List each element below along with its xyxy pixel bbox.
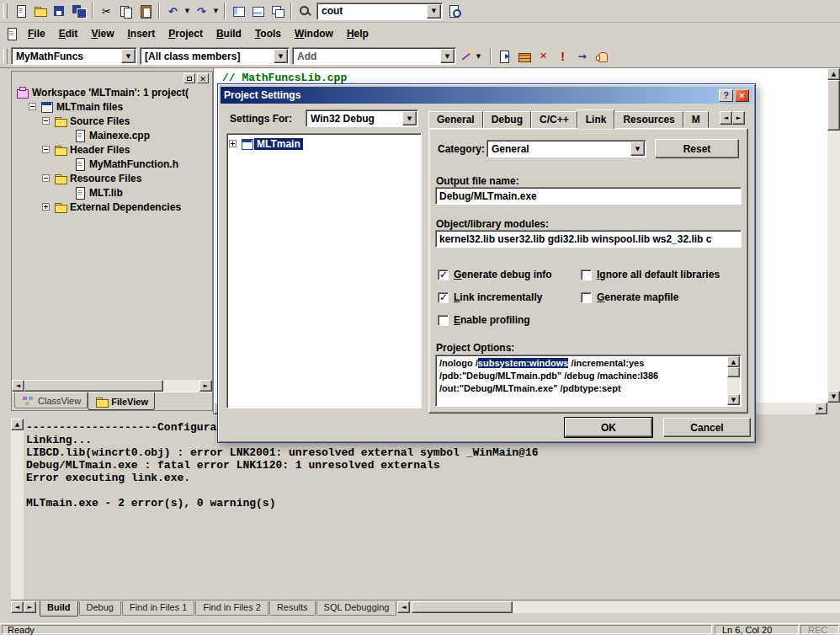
object-library-modules-input[interactable] [435, 230, 742, 248]
scrollbar-track[interactable] [827, 80, 840, 391]
workspace-pane-button[interactable] [229, 2, 248, 20]
chevron-down-icon[interactable] [630, 141, 645, 156]
reset-button[interactable]: Reset [655, 139, 739, 158]
search-button[interactable] [295, 2, 315, 20]
scroll-down-button[interactable] [727, 394, 740, 405]
chevron-down-icon[interactable] [427, 4, 441, 19]
tab-debug[interactable]: Debug [79, 601, 121, 616]
menu-help[interactable]: Help [340, 24, 375, 43]
undo-button[interactable] [163, 2, 183, 20]
members-combo[interactable]: [All class members] [140, 47, 290, 65]
editor-vscrollbar[interactable] [827, 68, 840, 403]
wizard-actions-button[interactable] [456, 47, 486, 66]
tab-scroll-right-button[interactable] [24, 601, 36, 613]
new-file-button[interactable] [11, 2, 30, 20]
tab-midl[interactable]: M [683, 111, 709, 128]
toolbar-grip[interactable] [3, 3, 8, 19]
scrollbar-thumb[interactable] [412, 601, 513, 613]
class-combo[interactable]: MyMathFuncs [11, 47, 137, 65]
tree-item-external-dependencies[interactable]: External Dependencies [12, 200, 212, 214]
execute-program-button[interactable] [553, 47, 572, 66]
generate-debug-info-checkbox[interactable] [438, 269, 449, 280]
redo-button[interactable] [192, 2, 211, 20]
collapse-icon[interactable] [42, 174, 50, 182]
tab-scroll-left-button[interactable] [11, 601, 24, 613]
toolbar-grip[interactable] [3, 49, 8, 64]
build-button[interactable] [514, 47, 534, 66]
close-panel-button[interactable] [197, 73, 209, 83]
open-file-button[interactable] [30, 2, 50, 20]
dock-button[interactable] [183, 73, 195, 83]
tab-resources[interactable]: Resources [614, 111, 683, 128]
tab-build[interactable]: Build [40, 601, 78, 616]
window-list-button[interactable] [268, 2, 287, 20]
tree-item-source-files[interactable]: Source Files [12, 114, 212, 128]
tab-find-in-files-2[interactable]: Find in Files 2 [195, 601, 268, 616]
cancel-button[interactable]: Cancel [663, 418, 751, 437]
chevron-down-icon[interactable] [274, 49, 288, 63]
collapse-icon[interactable] [42, 146, 50, 153]
expand-icon[interactable] [42, 203, 50, 211]
tab-fileview[interactable]: FileView [88, 392, 155, 410]
tab-general[interactable]: General [428, 111, 483, 128]
tree-item-workspace-root[interactable]: Workspace 'MLTmain': 1 project( [12, 85, 212, 99]
menu-insert[interactable]: Insert [121, 24, 162, 43]
chevron-down-icon[interactable] [440, 49, 455, 63]
settings-for-combo[interactable]: Win32 Debug [306, 109, 418, 127]
scroll-right-button[interactable] [815, 403, 827, 414]
workspace-hscrollbar[interactable] [12, 380, 212, 392]
tab-results[interactable]: Results [269, 601, 316, 616]
document-menu-button[interactable] [2, 24, 21, 43]
tree-item-resource-files[interactable]: Resource Files [12, 171, 212, 185]
breakpoint-button[interactable] [592, 47, 611, 66]
save-all-button[interactable] [69, 2, 88, 20]
tree-item-header-files[interactable]: Header Files [12, 142, 212, 157]
ok-button[interactable]: OK [565, 418, 652, 437]
menu-view[interactable]: View [84, 24, 120, 43]
menu-project[interactable]: Project [162, 24, 210, 43]
scroll-up-button[interactable] [827, 68, 840, 80]
close-button[interactable] [735, 89, 749, 102]
save-button[interactable] [50, 2, 69, 20]
help-button[interactable] [719, 89, 733, 102]
scrollbar-thumb[interactable] [727, 367, 740, 377]
tab-c-cpp[interactable]: C/C++ [531, 111, 577, 128]
ignore-default-libraries-checkbox[interactable] [581, 269, 592, 280]
tab-find-in-files-1[interactable]: Find in Files 1 [122, 601, 194, 616]
scroll-right-button[interactable] [199, 380, 212, 392]
cut-button[interactable] [97, 2, 116, 20]
scroll-up-button[interactable] [11, 419, 24, 430]
options-scrollbar[interactable] [727, 356, 740, 405]
output-file-name-input[interactable] [435, 187, 742, 205]
menu-build[interactable]: Build [210, 24, 248, 43]
paste-button[interactable] [136, 2, 155, 20]
menu-tools[interactable]: Tools [248, 24, 288, 43]
tab-scroll-right-button[interactable] [732, 111, 745, 125]
tree-item-project[interactable]: MLTmain files [12, 99, 212, 114]
tree-item-mlt-lib[interactable]: MLT.lib [12, 185, 212, 200]
output-pane-button[interactable] [248, 2, 268, 20]
tree-item-mymathfunction-h[interactable]: MyMathFunction.h [12, 157, 212, 171]
collapse-icon[interactable] [42, 117, 50, 125]
tab-scroll-left-button[interactable] [720, 111, 732, 125]
scrollbar-track[interactable] [727, 367, 740, 394]
tab-sql-debugging[interactable]: SQL Debugging [316, 601, 397, 616]
output-hscrollbar-track[interactable] [412, 601, 840, 613]
workspace-panel-header[interactable] [12, 72, 212, 85]
expand-icon[interactable] [229, 140, 237, 147]
compile-button[interactable] [495, 47, 514, 66]
tab-classview[interactable]: ClassView [14, 392, 88, 408]
scrollbar-track[interactable] [24, 380, 199, 392]
scrollbar-thumb[interactable] [24, 380, 163, 392]
menu-window[interactable]: Window [288, 24, 340, 43]
chevron-down-icon[interactable] [402, 111, 417, 125]
scrollbar-track[interactable] [11, 430, 24, 600]
stop-build-button[interactable] [534, 47, 553, 66]
scroll-left-button[interactable] [12, 380, 24, 392]
enable-profiling-checkbox[interactable] [438, 315, 449, 326]
tree-item-mainexe-cpp[interactable]: Mainexe.cpp [12, 128, 212, 142]
collapse-icon[interactable] [29, 103, 36, 110]
find-in-files-button[interactable] [444, 2, 464, 20]
scrollbar-thumb[interactable] [827, 80, 840, 131]
redo-dropdown-arrow[interactable] [211, 2, 221, 20]
